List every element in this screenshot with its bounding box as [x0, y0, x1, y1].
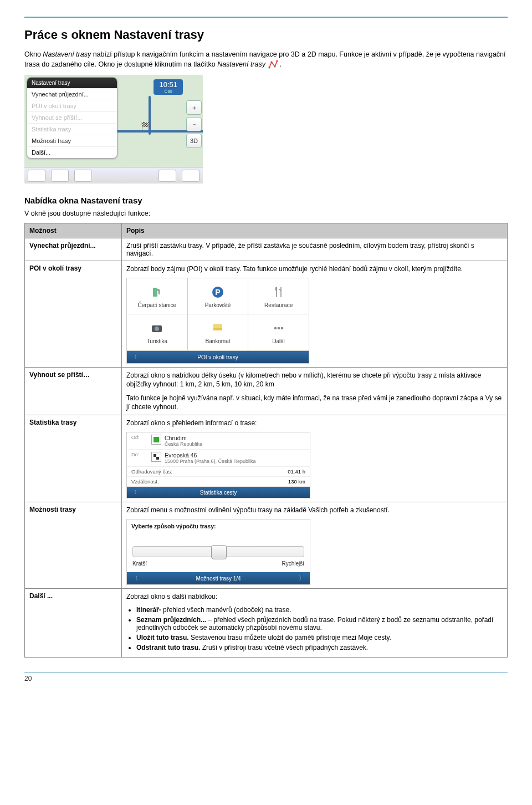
list-item: Seznam průjezdních... – přehled všech pr…	[136, 616, 503, 631]
table-row: POI v okolí trasy Zobrazí body zájmu (PO…	[25, 261, 508, 368]
stats-from-country: Česká Republika	[165, 441, 305, 447]
destination-flag-icon: 🏁	[141, 121, 150, 130]
stats-to-city: 15000 Praha (Praha 6), Česká Republika	[165, 458, 305, 464]
poi-cell-parking[interactable]: P Parkoviště	[188, 278, 249, 314]
route-settings-icon	[268, 60, 278, 69]
cell-desc-p1: Zobrazí okno s nabídkou délky úseku (v k…	[126, 371, 503, 389]
menu-item[interactable]: Možnosti trasy	[27, 135, 117, 146]
chevron-left-icon[interactable]: 〈	[131, 353, 137, 361]
flag-dest-icon	[151, 452, 161, 462]
cell-desc-p2: Tato funkce je hojně využívána např. v s…	[126, 394, 503, 411]
list-item: Uložit tuto trasu. Sestavenou trasu může…	[136, 634, 503, 641]
page-title: Práce s oknem Nastavení trasy	[24, 28, 508, 42]
intro-text: Okno	[24, 50, 43, 58]
cell-desc: Zobrazí body zájmu (POI) v okolí trasy. …	[122, 261, 508, 368]
poi-panel: Čerpací stanice P Parkoviště Restaurace	[126, 278, 309, 364]
menu-header: Nastavení trasy	[27, 78, 117, 88]
poi-titlebar: 〈 POI v okolí trasy	[126, 351, 309, 364]
stats-eta-row: Odhadovaný čas: 01:41 h	[127, 467, 310, 477]
route-options-titlebar-label: Možnosti trasy 1/4	[196, 575, 241, 582]
route-type-slider[interactable]: Kratší Rychlejší	[132, 546, 304, 567]
slider-track[interactable]	[132, 546, 304, 557]
stats-dist-value: 130 km	[288, 478, 305, 485]
intro-paragraph: Okno Nastavení trasy nabízí přístup k na…	[24, 50, 508, 69]
svg-point-2	[274, 66, 276, 68]
poi-cell-tourism[interactable]: Turistika	[126, 314, 188, 351]
nav-screenshot: 🏁 10:51 Čas ＋ － 3D Nastavení trasy Vynec…	[24, 75, 203, 184]
view-3d-button[interactable]: 3D	[186, 134, 202, 148]
intro-period: .	[279, 60, 281, 68]
options-table: Možnost Popis Vynechat průjezdní... Zruš…	[24, 223, 508, 658]
poi-cell-atm[interactable]: Bankomat	[188, 314, 249, 351]
stats-to-row: Do: Evropská 46 15000 Praha (Praha 6), Č…	[127, 450, 310, 467]
poi-cell-restaurant[interactable]: Restaurace	[248, 278, 309, 314]
page-number: 20	[24, 675, 32, 682]
parking-icon: P	[210, 284, 226, 300]
cell-option: Vynechat průjezdní...	[25, 238, 122, 261]
svg-text:P: P	[215, 288, 220, 297]
zoom-out-button[interactable]: －	[186, 117, 202, 131]
zoom-in-button[interactable]: ＋	[186, 100, 202, 115]
cell-option: Statistika trasy	[25, 415, 122, 502]
cell-desc: Zobrazí okno s další nabídkou: Itinerář-…	[122, 589, 508, 657]
clock-badge: 10:51 Čas	[154, 79, 183, 95]
top-rule	[24, 17, 508, 18]
stats-titlebar-label: Statistika cesty	[200, 490, 237, 496]
svg-point-7	[155, 327, 159, 331]
fuel-icon	[149, 284, 165, 300]
cell-desc: Zruší příští zastávku trasy. V případě, …	[122, 238, 508, 261]
route-options-panel: Vyberte způsob výpočtu trasy: Kratší Ryc…	[126, 519, 310, 585]
svg-point-10	[274, 327, 277, 330]
toolbar-button[interactable]	[182, 170, 200, 182]
toolbar-button[interactable]	[74, 170, 92, 182]
svg-point-3	[277, 60, 278, 62]
slider-label-right: Rychlejší	[282, 561, 304, 567]
cell-desc-text: Zobrazí okno s přehledem informací o tra…	[126, 419, 503, 427]
map-side-buttons: ＋ － 3D	[186, 100, 201, 148]
svg-point-12	[280, 327, 283, 330]
stats-dist-row: Vzdálenost: 130 km	[127, 477, 310, 487]
map-toolbar	[24, 167, 203, 184]
intro-italic-2: Nastavení trasy	[217, 60, 265, 68]
svg-point-0	[269, 67, 270, 69]
cell-option: POI v okolí trasy	[25, 261, 122, 368]
cell-desc: Zobrazí okno s přehledem informací o tra…	[122, 415, 508, 502]
list-item: Itinerář- přehled všech manévrů (odboček…	[136, 606, 503, 614]
svg-point-1	[271, 62, 273, 63]
cell-desc-text: Zobrazí body zájmu (POI) v okolí trasy. …	[126, 264, 503, 273]
menu-item[interactable]: Vynechat průjezdní...	[27, 88, 117, 100]
cell-desc: Zobrazí okno s nabídkou délky úseku (v k…	[122, 368, 508, 415]
cell-option: Možnosti trasy	[25, 502, 122, 589]
slider-thumb[interactable]	[211, 545, 227, 559]
menu-item[interactable]: Další...	[27, 146, 117, 158]
toolbar-button[interactable]	[158, 170, 176, 182]
stats-from-row: Od: Chrudim Česká Republika	[127, 432, 310, 450]
camera-icon	[149, 320, 165, 336]
toolbar-button[interactable]	[28, 170, 45, 182]
section-subtitle: V okně jsou dostupné následující funkce:	[24, 210, 508, 217]
chevron-left-icon[interactable]: 〈	[132, 574, 138, 582]
page-footer: 20	[24, 672, 508, 682]
chevron-left-icon[interactable]: 〈	[131, 488, 137, 496]
toolbar-button[interactable]	[51, 170, 69, 182]
stats-panel: Od: Chrudim Česká Republika Do: Evropská…	[126, 432, 310, 498]
more-options-list: Itinerář- přehled všech manévrů (odboček…	[136, 606, 503, 651]
cell-desc-text: Zobrazí menu s možnostmi ovlinění výpočt…	[126, 506, 503, 514]
poi-cell-more[interactable]: Další	[248, 314, 309, 351]
clock-time: 10:51	[159, 80, 177, 89]
section-title: Nabídka okna Nastavení trasy	[24, 196, 508, 205]
cell-desc-text: Zobrazí okno s další nabídkou:	[126, 592, 503, 601]
svg-point-11	[277, 327, 280, 330]
table-row: Možnosti trasy Zobrazí menu s možnostmi …	[25, 502, 508, 589]
table-row: Vynechat průjezdní... Zruší příští zastá…	[25, 238, 508, 261]
flag-start-icon	[151, 435, 161, 445]
route-options-header: Vyberte způsob výpočtu trasy:	[127, 519, 310, 533]
restaurant-icon	[271, 284, 287, 300]
intro-text-2: nabízí přístup k navigačním funkcím a na…	[24, 50, 506, 68]
table-header-desc: Popis	[122, 223, 508, 238]
poi-cell-fuel[interactable]: Čerpací stanice	[126, 278, 188, 314]
slider-label-left: Kratší	[132, 561, 147, 567]
menu-item: POI v okolí trasy	[27, 100, 117, 111]
chevron-right-icon[interactable]: 〉	[299, 574, 304, 582]
more-icon	[271, 320, 287, 336]
